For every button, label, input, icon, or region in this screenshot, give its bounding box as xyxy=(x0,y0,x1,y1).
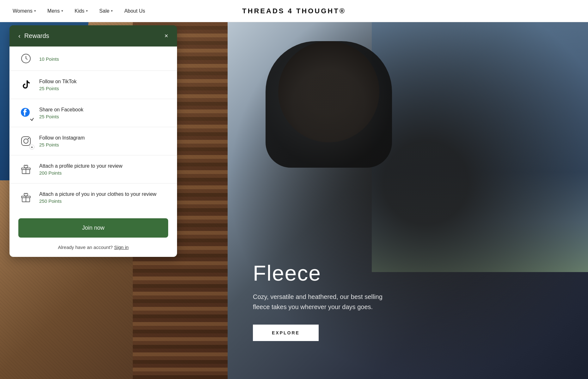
rewards-header-left: ‹ Rewards xyxy=(18,32,49,40)
instagram-reward-points: 25 Points xyxy=(39,142,85,147)
nav-about[interactable]: About Us xyxy=(124,8,145,14)
facebook-reward-name: Share on Facebook xyxy=(39,107,83,113)
reward-item-facebook[interactable]: Share on Facebook 25 Points xyxy=(9,99,177,127)
reward-item-partial: 10 Points xyxy=(9,47,177,71)
hoodie-approx xyxy=(266,41,392,168)
join-now-button[interactable]: Join now xyxy=(18,218,168,238)
hero-content: Fleece Cozy, versatile and heathered, ou… xyxy=(253,261,386,341)
facebook-reward-text: Share on Facebook 25 Points xyxy=(39,107,83,120)
hero-title: Fleece xyxy=(253,261,386,285)
facebook-reward-points: 25 Points xyxy=(39,114,83,119)
reward-item-profile-pic[interactable]: Attach a profile picture to your review … xyxy=(9,155,177,183)
signin-section: Already have an account? Sign in xyxy=(9,245,177,257)
back-button[interactable]: ‹ xyxy=(18,32,21,40)
svg-point-3 xyxy=(24,139,28,143)
instagram-reward-text: Follow on Instagram 25 Points xyxy=(39,135,85,148)
clothes-pic-reward-name: Attach a picture of you in your clothes … xyxy=(39,191,156,198)
partial-text: 10 Points xyxy=(39,56,59,62)
nav-left: Womens ▾ Mens ▾ Kids ▾ Sale ▾ About Us xyxy=(13,8,145,14)
svg-rect-2 xyxy=(21,137,30,146)
signin-link[interactable]: Sign in xyxy=(114,245,129,250)
main-content: ‹ Rewards × 10 Points xyxy=(0,22,588,379)
instagram-icon: + xyxy=(18,134,34,149)
rewards-panel: ‹ Rewards × 10 Points xyxy=(9,25,177,257)
tiktok-reward-name: Follow on TikTok xyxy=(39,78,77,85)
reward-item-instagram[interactable]: + Follow on Instagram 25 Points xyxy=(9,127,177,155)
gift2-icon xyxy=(18,190,34,205)
nav-kids[interactable]: Kids ▾ xyxy=(75,8,88,14)
chevron-down-icon: ▾ xyxy=(61,9,63,13)
rewards-title: Rewards xyxy=(24,32,49,40)
hero-description: Cozy, versatile and heathered, our best … xyxy=(253,292,386,312)
facebook-icon xyxy=(18,105,34,121)
chevron-down-icon: ▾ xyxy=(111,9,113,13)
nav-womens[interactable]: Womens ▾ xyxy=(13,8,36,14)
tiktok-reward-points: 25 Points xyxy=(39,86,77,91)
profile-pic-reward-points: 200 Points xyxy=(39,170,122,176)
partial-points: 10 Points xyxy=(39,56,59,62)
nav-sale[interactable]: Sale ▾ xyxy=(99,8,113,14)
chevron-down-icon: ▾ xyxy=(86,9,88,13)
profile-pic-reward-name: Attach a profile picture to your review xyxy=(39,163,122,170)
nav-mens[interactable]: Mens ▾ xyxy=(47,8,63,14)
hero-panel: Fleece Cozy, versatile and heathered, ou… xyxy=(228,22,588,379)
reward-item-tiktok[interactable]: Follow on TikTok 25 Points xyxy=(9,71,177,99)
rewards-header: ‹ Rewards × xyxy=(9,25,177,47)
gift-icon xyxy=(18,162,34,177)
brand-logo[interactable]: THREADS 4 THOUGHT® xyxy=(242,7,346,15)
close-button[interactable]: × xyxy=(164,32,168,40)
explore-button[interactable]: EXPLORE xyxy=(253,325,319,341)
instagram-reward-name: Follow on Instagram xyxy=(39,135,85,141)
reward-item-clothes-pic[interactable]: Attach a picture of you in your clothes … xyxy=(9,183,177,211)
tiktok-reward-text: Follow on TikTok 25 Points xyxy=(39,78,77,91)
clothes-pic-reward-text: Attach a picture of you in your clothes … xyxy=(39,191,156,204)
profile-pic-reward-text: Attach a profile picture to your review … xyxy=(39,163,122,176)
clothes-pic-reward-points: 250 Points xyxy=(39,198,156,204)
navigation: Womens ▾ Mens ▾ Kids ▾ Sale ▾ About Us T… xyxy=(0,0,588,22)
svg-point-4 xyxy=(28,138,29,139)
tiktok-icon xyxy=(18,77,34,92)
partial-icon xyxy=(18,51,34,66)
rewards-body: 10 Points Follow on TikTok 25 Points xyxy=(9,47,177,257)
left-panel: ‹ Rewards × 10 Points xyxy=(0,22,228,379)
chevron-down-icon: ▾ xyxy=(34,9,36,13)
